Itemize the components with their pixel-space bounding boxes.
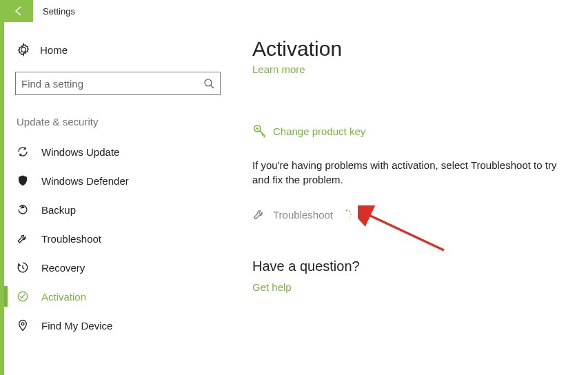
sidebar-item-recovery[interactable]: Recovery [4, 253, 223, 282]
svg-point-9 [349, 217, 350, 219]
svg-point-3 [21, 323, 24, 325]
learn-more-link[interactable]: Learn more [252, 63, 567, 75]
svg-point-10 [346, 218, 347, 219]
svg-point-7 [349, 210, 350, 212]
key-icon [252, 123, 273, 139]
gear-icon [17, 43, 36, 57]
sidebar-item-find-my-device[interactable]: Find My Device [4, 311, 223, 340]
troubleshoot-label: Troubleshoot [273, 209, 333, 221]
page-title: Activation [252, 37, 567, 61]
wrench-icon [17, 232, 36, 245]
shield-icon [17, 174, 36, 187]
svg-line-1 [211, 85, 214, 88]
section-label: Update & security [12, 116, 223, 137]
sidebar-item-label: Recovery [36, 262, 85, 274]
svg-point-8 [350, 214, 352, 215]
change-product-key-link[interactable]: Change product key [252, 123, 567, 139]
svg-point-0 [205, 79, 212, 86]
get-help-link[interactable]: Get help [252, 281, 567, 293]
search-input-container[interactable] [15, 72, 221, 95]
location-icon [17, 319, 36, 332]
sidebar-item-backup[interactable]: Backup [4, 195, 223, 224]
sidebar-item-label: Windows Defender [36, 175, 129, 187]
question-title: Have a question? [252, 259, 567, 274]
main-content: Activation Learn more Change product key… [232, 22, 588, 375]
search-input[interactable] [21, 78, 203, 90]
troubleshoot-button[interactable]: Troubleshoot [252, 207, 567, 221]
sync-icon [17, 145, 36, 158]
spinner-icon [341, 209, 352, 220]
back-button[interactable] [4, 0, 33, 22]
check-circle-icon [17, 290, 36, 303]
sidebar-item-windows-update[interactable]: Windows Update [4, 137, 223, 166]
sidebar-item-label: Activation [36, 291, 86, 303]
svg-point-5 [256, 128, 258, 130]
search-icon [203, 78, 214, 89]
sidebar: Home Update & security Windows Update Wi… [4, 22, 232, 375]
sidebar-item-label: Windows Update [36, 146, 119, 158]
home-label: Home [36, 44, 68, 56]
sidebar-item-label: Backup [36, 204, 76, 216]
wrench-icon [252, 207, 273, 221]
recovery-icon [17, 261, 36, 274]
sidebar-item-label: Find My Device [36, 320, 112, 332]
sidebar-item-windows-defender[interactable]: Windows Defender [4, 166, 223, 195]
app-title: Settings [33, 6, 75, 17]
sidebar-item-troubleshoot[interactable]: Troubleshoot [4, 224, 223, 253]
sidebar-item-activation[interactable]: Activation [4, 282, 223, 311]
change-product-key-label: Change product key [273, 125, 365, 137]
home-button[interactable]: Home [12, 37, 223, 62]
svg-point-6 [346, 210, 347, 211]
activation-description: If you're having problems with activatio… [252, 158, 567, 187]
sidebar-item-label: Troubleshoot [36, 233, 101, 245]
title-bar: Settings [4, 0, 588, 22]
backup-icon [17, 203, 36, 216]
